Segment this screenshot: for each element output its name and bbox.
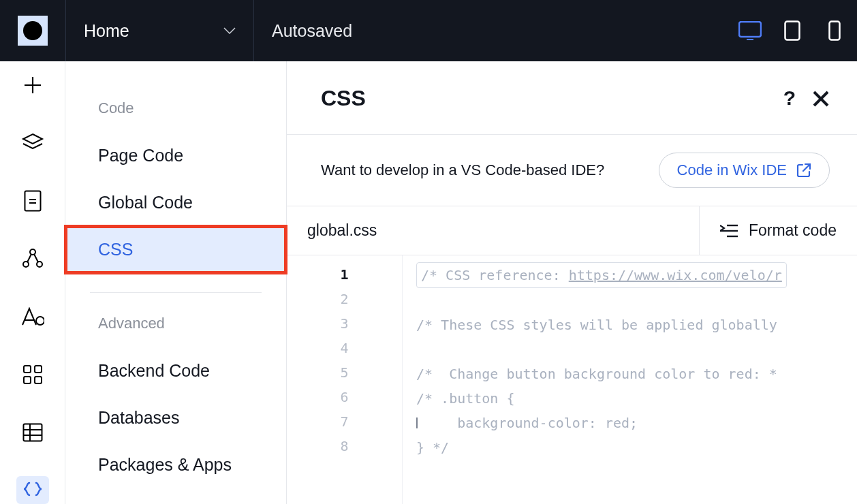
help-icon[interactable]: ? [782,89,797,109]
svg-rect-0 [739,22,761,37]
ide-prompt-text: Want to develop in a VS Code-based IDE? [321,161,604,179]
database-icon[interactable] [16,418,49,446]
layers-icon[interactable] [16,129,49,157]
sidebar-item-packages[interactable]: Packages & Apps [65,441,286,488]
code-editor[interactable]: 1 2 3 4 5 6 7 8 /* CSS reference: https:… [287,255,857,504]
sidebar-item-css[interactable]: CSS [65,226,286,273]
svg-text:?: ? [783,89,796,109]
device-switcher [738,22,857,40]
format-button-label: Format code [749,221,837,240]
editor-content[interactable]: /* CSS reference: https://www.wix.com/ve… [403,255,857,504]
left-toolbar [0,61,65,504]
format-icon [720,223,738,238]
app-logo [18,16,48,46]
line-number: 6 [287,385,402,409]
sidebar-item-page-code[interactable]: Page Code [65,132,286,179]
svg-rect-11 [24,366,31,373]
external-link-icon [796,163,811,178]
page-icon[interactable] [16,187,49,215]
svg-rect-3 [830,22,840,40]
line-number: 7 [287,409,402,434]
editor-gutter: 1 2 3 4 5 6 7 8 [287,255,403,504]
chevron-down-icon [223,27,236,34]
page-selector[interactable]: Home [66,0,253,61]
svg-rect-14 [35,377,42,383]
content-panel: CSS ? Want to develop in a VS Code-based… [287,61,857,504]
line-number: 2 [287,287,402,311]
code-in-wix-ide-button[interactable]: Code in Wix IDE [659,153,830,188]
top-bar: Home Autosaved [0,0,857,61]
sidebar-item-databases[interactable]: Databases [65,394,286,441]
content-header: CSS ? [287,61,857,135]
line-number: 3 [287,311,402,336]
svg-rect-15 [23,424,42,441]
share-icon[interactable] [16,245,49,272]
add-button[interactable] [16,71,49,99]
page-selector-label: Home [84,21,129,41]
file-name: global.css [287,206,699,255]
ide-button-label: Code in Wix IDE [677,161,787,179]
close-icon[interactable] [812,90,830,108]
desktop-view-button[interactable] [738,22,762,40]
line-number: 5 [287,360,402,385]
line-number: 8 [287,434,402,458]
content-title: CSS [321,86,782,111]
ide-prompt-bar: Want to develop in a VS Code-based IDE? … [287,135,857,206]
svg-rect-12 [35,366,42,373]
sidebar-item-backend-code[interactable]: Backend Code [65,347,286,394]
svg-rect-13 [24,377,31,383]
apps-icon[interactable] [16,360,49,388]
svg-rect-1 [747,39,753,40]
line-number: 4 [287,336,402,360]
app-logo-button[interactable] [0,0,65,61]
sidebar-divider [90,292,262,293]
svg-rect-2 [785,22,800,40]
sidebar-heading-code: Code [65,99,286,132]
svg-point-10 [36,317,44,325]
line-number: 1 [287,262,402,287]
mobile-view-button[interactable] [823,22,846,40]
file-bar: global.css Format code [287,206,857,255]
sidebar-heading-advanced: Advanced [65,315,286,347]
code-sidebar: Code Page Code Global Code CSS Advanced … [65,61,287,504]
svg-rect-4 [25,191,40,210]
typography-icon[interactable] [16,302,49,330]
code-url[interactable]: https://www.wix.com/velo/r [569,267,782,283]
code-icon[interactable] [16,476,49,504]
autosave-status: Autosaved [254,21,370,41]
tablet-view-button[interactable] [781,22,804,40]
sidebar-item-global-code[interactable]: Global Code [65,179,286,226]
format-code-button[interactable]: Format code [699,206,857,255]
